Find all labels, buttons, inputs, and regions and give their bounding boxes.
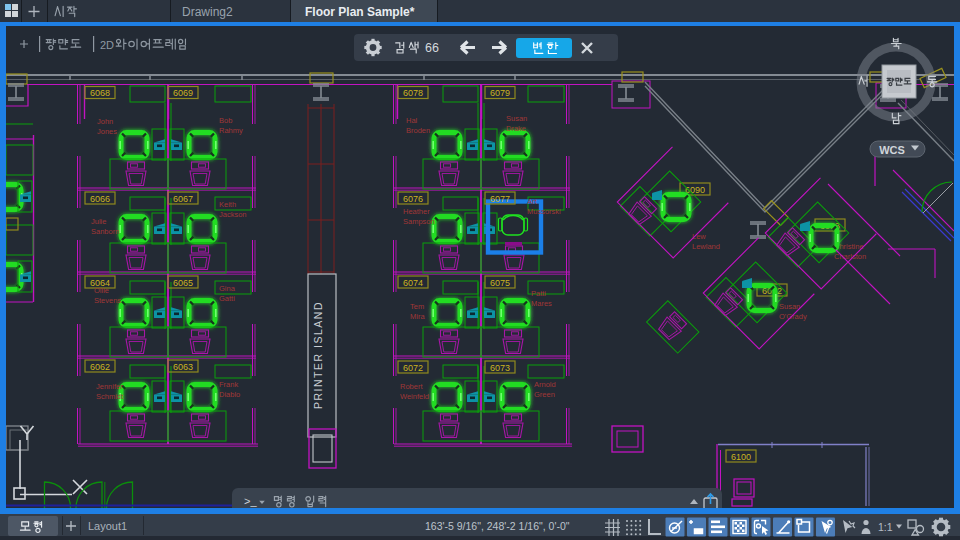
svg-text:Arnold: Arnold	[534, 380, 556, 389]
svg-text:Jennifer: Jennifer	[96, 382, 123, 391]
svg-text:6078: 6078	[403, 88, 423, 98]
svg-text:Frank: Frank	[219, 380, 238, 389]
svg-text:6062: 6062	[90, 362, 110, 372]
svg-text:Green: Green	[534, 390, 555, 399]
svg-text:Rahmy: Rahmy	[219, 126, 243, 135]
svg-text:6074: 6074	[403, 278, 423, 288]
svg-text:1:1: 1:1	[878, 521, 893, 533]
svg-text:Keith: Keith	[219, 200, 236, 209]
svg-text:6073: 6073	[490, 363, 510, 373]
svg-text:Art: Art	[527, 197, 538, 206]
svg-text:Stevens: Stevens	[94, 296, 121, 305]
svg-text:Patti: Patti	[531, 289, 546, 298]
svg-text:6076: 6076	[403, 194, 423, 204]
svg-text:6077: 6077	[490, 194, 510, 204]
svg-text:Floor Plan Sample*: Floor Plan Sample*	[305, 5, 415, 19]
svg-text:Drawing2: Drawing2	[182, 5, 233, 19]
svg-text:6065: 6065	[173, 278, 193, 288]
svg-text:Hal: Hal	[406, 116, 418, 125]
svg-text:Bob: Bob	[219, 116, 232, 125]
svg-text:Layout1: Layout1	[88, 520, 127, 532]
svg-text:Mares: Mares	[531, 299, 552, 308]
svg-text:Jones: Jones	[97, 127, 117, 136]
svg-text:6063: 6063	[173, 362, 193, 372]
svg-text:Weinfeld: Weinfeld	[400, 392, 429, 401]
svg-text:2D: 2D	[100, 39, 114, 51]
svg-text:6072: 6072	[403, 363, 423, 373]
svg-text:Gina: Gina	[219, 284, 236, 293]
svg-text:PRINTER ISLAND: PRINTER ISLAND	[312, 301, 324, 409]
svg-text:6067: 6067	[173, 194, 193, 204]
svg-text:John: John	[97, 117, 113, 126]
svg-text:Schmidt: Schmidt	[96, 392, 124, 401]
svg-text:Diablo: Diablo	[219, 390, 240, 399]
svg-text:6100: 6100	[731, 452, 751, 462]
svg-text:WCS: WCS	[879, 144, 905, 156]
svg-text:Julie: Julie	[91, 217, 106, 226]
svg-text:Heather: Heather	[403, 207, 430, 216]
svg-text:Robert: Robert	[400, 382, 423, 391]
svg-text:Sampson: Sampson	[403, 217, 435, 226]
svg-text:6068: 6068	[90, 88, 110, 98]
svg-text:Lewland: Lewland	[692, 242, 720, 251]
svg-text:Mira: Mira	[410, 312, 425, 321]
svg-text:O'Grady: O'Grady	[779, 312, 807, 321]
svg-text:Drake: Drake	[506, 124, 526, 133]
svg-text:Susan: Susan	[506, 114, 527, 123]
svg-text:6075: 6075	[490, 278, 510, 288]
svg-text:>_: >_	[244, 495, 257, 507]
svg-text:Tem: Tem	[410, 302, 424, 311]
svg-text:Gatti: Gatti	[219, 294, 235, 303]
svg-text:Mussorski: Mussorski	[527, 207, 561, 216]
svg-text:Jackson: Jackson	[219, 210, 247, 219]
svg-text:6069: 6069	[173, 88, 193, 98]
svg-text:163'-5 9/16", 248'-2 1/16", 0': 163'-5 9/16", 248'-2 1/16", 0'-0"	[425, 520, 570, 532]
svg-text:66: 66	[425, 41, 439, 55]
svg-text:6079: 6079	[490, 88, 510, 98]
svg-text:Susan: Susan	[779, 302, 800, 311]
svg-text:6066: 6066	[90, 194, 110, 204]
svg-text:Ollie: Ollie	[94, 286, 109, 295]
svg-text:Sanborn: Sanborn	[91, 227, 119, 236]
svg-text:Broden: Broden	[406, 126, 430, 135]
